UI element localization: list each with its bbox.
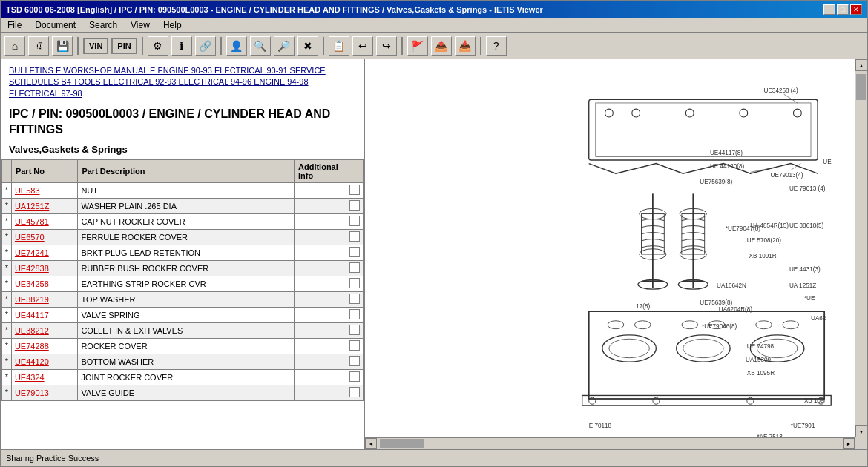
menu-search[interactable]: Search xyxy=(86,19,120,31)
zoom-in-button[interactable]: 🔍 xyxy=(250,36,271,56)
save-button[interactable]: 💾 xyxy=(52,36,73,56)
home-button[interactable]: ⌂ xyxy=(4,36,25,56)
table-row[interactable]: *UE74241BRKT PLUG LEAD RETENTION xyxy=(2,245,364,260)
table-row[interactable]: *UE38212COLLET IN & EXH VALVES xyxy=(2,322,364,338)
checkbox[interactable] xyxy=(349,340,360,351)
scroll-right-arrow[interactable]: ► xyxy=(843,438,855,449)
checkbox-cell[interactable] xyxy=(346,338,364,354)
table-row[interactable]: *UE38219TOP WASHER xyxy=(2,291,364,307)
checkbox[interactable] xyxy=(349,356,360,366)
table-row[interactable]: *UA1251ZWASHER PLAIN .265 DIA xyxy=(2,198,364,213)
part-number-link[interactable]: UE45781 xyxy=(15,217,49,226)
part-number-link[interactable]: UE44117 xyxy=(15,311,49,319)
menu-help[interactable]: Help xyxy=(160,19,185,31)
checkbox[interactable] xyxy=(349,216,360,226)
checkbox[interactable] xyxy=(349,294,360,304)
part-number-cell[interactable]: UA1251Z xyxy=(11,198,78,213)
checkbox[interactable] xyxy=(349,387,360,397)
info-button[interactable]: ℹ xyxy=(171,36,192,56)
flag-button[interactable]: 🚩 xyxy=(407,36,428,56)
minimize-button[interactable]: _ xyxy=(823,4,835,15)
part-number-cell[interactable]: UE74288 xyxy=(11,338,78,354)
undo-button[interactable]: ↩ xyxy=(352,36,373,56)
part-number-link[interactable]: UE79013 xyxy=(15,388,49,397)
table-row[interactable]: *UE42838RUBBER BUSH ROCKER COVER xyxy=(2,260,364,276)
part-number-cell[interactable]: UE583 xyxy=(11,182,78,198)
part-number-cell[interactable]: UE74241 xyxy=(11,245,78,260)
redo-button[interactable]: ↪ xyxy=(376,36,397,56)
checkbox[interactable] xyxy=(349,278,360,288)
part-number-link[interactable]: UE38212 xyxy=(15,326,49,335)
import-button[interactable]: 📥 xyxy=(455,36,476,56)
checkbox[interactable] xyxy=(349,262,360,273)
part-number-cell[interactable]: UE4324 xyxy=(11,369,78,385)
checkbox-cell[interactable] xyxy=(346,385,364,400)
part-number-link[interactable]: UE34258 xyxy=(15,279,49,288)
vertical-scrollbar[interactable]: ▲ ▼ xyxy=(855,59,867,437)
table-row[interactable]: *UE74288ROCKER COVER xyxy=(2,338,364,354)
table-row[interactable]: *UE45781CAP NUT ROCKER COVER xyxy=(2,213,364,229)
table-row[interactable]: *UE6570FERRULE ROCKER COVER xyxy=(2,229,364,245)
part-number-cell[interactable]: UE6570 xyxy=(11,229,78,245)
checkbox-cell[interactable] xyxy=(346,291,364,307)
menu-view[interactable]: View xyxy=(128,19,153,31)
breadcrumb[interactable]: BULLETINS E WORKSHOP MANUAL E ENGINE 90-… xyxy=(1,59,364,102)
close-button[interactable]: ✕ xyxy=(850,4,862,15)
part-number-link[interactable]: UE44120 xyxy=(15,357,49,366)
table-row[interactable]: *UE79013VALVE GUIDE xyxy=(2,385,364,400)
part-number-cell[interactable]: UE45781 xyxy=(11,213,78,229)
table-row[interactable]: *UE4324JOINT ROCKER COVER xyxy=(2,369,364,385)
export-button[interactable]: 📤 xyxy=(431,36,452,56)
part-number-link[interactable]: UE74288 xyxy=(15,342,49,351)
checkbox[interactable] xyxy=(349,247,360,257)
part-number-cell[interactable]: UE38219 xyxy=(11,291,78,307)
part-number-link[interactable]: UE42838 xyxy=(15,264,49,273)
checkbox-cell[interactable] xyxy=(346,182,364,198)
part-number-link[interactable]: UE583 xyxy=(15,186,40,195)
checkbox[interactable] xyxy=(349,200,360,211)
part-number-link[interactable]: UA1251Z xyxy=(15,202,49,211)
part-number-link[interactable]: UE74241 xyxy=(15,248,49,257)
checkbox[interactable] xyxy=(349,325,360,335)
scroll-h-thumb[interactable] xyxy=(380,439,424,448)
link-button[interactable]: 🔗 xyxy=(195,36,216,56)
stop-button[interactable]: ✖ xyxy=(297,36,318,56)
menu-file[interactable]: File xyxy=(4,19,24,31)
checkbox-cell[interactable] xyxy=(346,229,364,245)
part-number-cell[interactable]: UE34258 xyxy=(11,276,78,291)
checkbox-cell[interactable] xyxy=(346,354,364,369)
left-scroll-area[interactable]: BULLETINS E WORKSHOP MANUAL E ENGINE 90-… xyxy=(1,59,364,449)
settings-button[interactable]: ⚙ xyxy=(148,36,168,56)
part-number-cell[interactable]: UE44120 xyxy=(11,354,78,369)
table-row[interactable]: *UE34258EARTHING STRIP ROCKER CVR xyxy=(2,276,364,291)
part-number-cell[interactable]: UE79013 xyxy=(11,385,78,400)
help-button[interactable]: ? xyxy=(486,36,507,56)
horizontal-scrollbar[interactable]: ◄ ► xyxy=(365,437,855,449)
table-row[interactable]: *UE583NUT xyxy=(2,182,364,198)
checkbox-cell[interactable] xyxy=(346,276,364,291)
vin-button[interactable]: VIN xyxy=(83,38,108,54)
copy-button[interactable]: 📋 xyxy=(329,36,349,56)
part-number-cell[interactable]: UE38212 xyxy=(11,322,78,338)
checkbox-cell[interactable] xyxy=(346,198,364,213)
checkbox-cell[interactable] xyxy=(346,307,364,322)
scroll-thumb[interactable] xyxy=(856,74,866,100)
scroll-down-arrow[interactable]: ▼ xyxy=(855,425,867,437)
checkbox-cell[interactable] xyxy=(346,260,364,276)
scroll-up-arrow[interactable]: ▲ xyxy=(855,59,867,71)
table-row[interactable]: *UE44120BOTTOM WASHER xyxy=(2,354,364,369)
menu-document[interactable]: Document xyxy=(32,19,79,31)
print-button[interactable]: 🖨 xyxy=(28,36,49,56)
checkbox[interactable] xyxy=(349,309,360,319)
checkbox-cell[interactable] xyxy=(346,245,364,260)
part-number-link[interactable]: UE38219 xyxy=(15,295,49,304)
checkbox-cell[interactable] xyxy=(346,213,364,229)
part-number-cell[interactable]: UE44117 xyxy=(11,307,78,322)
pin-button[interactable]: PIN xyxy=(111,38,137,54)
part-number-link[interactable]: UE6570 xyxy=(15,233,45,242)
scroll-left-arrow[interactable]: ◄ xyxy=(365,438,377,449)
checkbox[interactable] xyxy=(349,185,360,195)
person-button[interactable]: 👤 xyxy=(226,36,247,56)
zoom-out-button[interactable]: 🔎 xyxy=(274,36,295,56)
checkbox[interactable] xyxy=(349,231,360,242)
